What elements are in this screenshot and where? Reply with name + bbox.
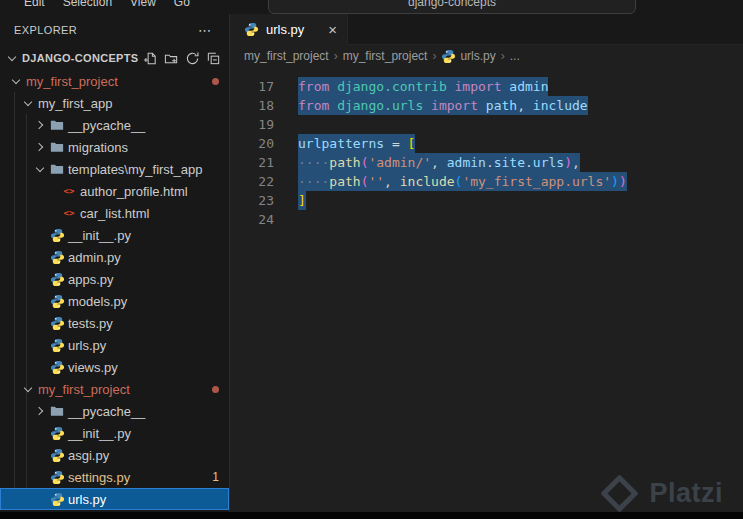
code-token: ): [619, 174, 627, 189]
tree-item-urls-py[interactable]: urls.py: [0, 488, 229, 510]
menu-item-selection[interactable]: Selection: [55, 0, 120, 13]
watermark-text: Platzi: [649, 478, 723, 509]
chevron-right-icon: [32, 117, 48, 133]
tree-item-admin-py[interactable]: admin.py: [0, 246, 229, 268]
code-token: ,: [517, 98, 533, 113]
code-token: import: [431, 98, 486, 113]
indent-spacer: [32, 359, 48, 375]
breadcrumb-separator-icon: ›: [501, 49, 505, 63]
code-token: ,: [384, 174, 400, 189]
tree-item-asgi-py[interactable]: asgi.py: [0, 444, 229, 466]
tree-item-pycache[interactable]: __pycache__: [0, 114, 229, 136]
code-line-content: urlpatterns = [: [298, 134, 415, 153]
modified-dot-badge: [212, 78, 219, 85]
folder-icon: [48, 403, 66, 419]
code-token: django.contrib: [337, 79, 454, 94]
refresh-icon[interactable]: [184, 50, 200, 66]
folder-icon: [48, 161, 66, 177]
tree-item-label: admin.py: [68, 250, 121, 265]
tree-item-templates-my-first-app[interactable]: templates\my_first_app: [0, 158, 229, 180]
tree-item-settings-py[interactable]: settings.py1: [0, 466, 229, 488]
tree-item-car-list-html[interactable]: <>car_list.html: [0, 202, 229, 224]
tree-item-init-py[interactable]: __init__.py: [0, 224, 229, 246]
chevron-down-icon: [20, 95, 36, 111]
tree-item-label: __pycache__: [68, 404, 145, 419]
tree-item-author-profile-html[interactable]: <>author_profile.html: [0, 180, 229, 202]
line-number: 17: [230, 77, 274, 96]
tree-item-my-first-project[interactable]: my_first_project: [0, 70, 229, 92]
breadcrumb-item[interactable]: my_first_project: [244, 49, 329, 63]
code-token: site: [494, 155, 525, 170]
breadcrumb-item[interactable]: urls.py: [441, 49, 495, 64]
tree-item-label: __pycache__: [68, 118, 145, 133]
code-token: '': [368, 174, 384, 189]
code-token: include: [400, 174, 455, 189]
indent-spacer: [32, 337, 48, 353]
tab-urls-py[interactable]: urls.py ×: [230, 14, 348, 45]
breadcrumb-label: ...: [510, 49, 520, 63]
code-token: admin: [509, 79, 548, 94]
tree-item-label: apps.py: [68, 272, 114, 287]
command-center-search[interactable]: django-concepts: [268, 0, 636, 14]
code-token: ,: [572, 155, 580, 170]
tree-item-my-first-project[interactable]: my_first_project: [0, 378, 229, 400]
chevron-down-icon: [4, 50, 20, 66]
code-line: 23]: [230, 191, 743, 210]
tree-item-label: tests.py: [68, 316, 113, 331]
tree-item-label: settings.py: [68, 470, 130, 485]
tree-item-label: migrations: [68, 140, 128, 155]
chevron-right-icon: [32, 139, 48, 155]
breadcrumb: my_first_project›my_first_project›urls.p…: [230, 45, 743, 67]
python-icon: [48, 271, 66, 287]
python-icon: [48, 469, 66, 485]
tree-item-my-first-app[interactable]: my_first_app: [0, 92, 229, 114]
code-token: ,: [431, 155, 447, 170]
tree-item-label: models.py: [68, 294, 127, 309]
collapse-all-icon[interactable]: [205, 50, 221, 66]
indent-spacer: [32, 425, 48, 441]
explorer-actions: [142, 50, 221, 66]
modified-dot-badge: [212, 386, 219, 393]
close-icon[interactable]: ×: [328, 22, 337, 37]
tree-item-label: urls.py: [68, 338, 106, 353]
code-line-content: ]: [298, 191, 306, 210]
more-actions-icon[interactable]: ⋯: [198, 23, 211, 38]
line-number: 22: [230, 172, 274, 191]
tree-item-label: views.py: [68, 360, 118, 375]
tree-item-urls-py[interactable]: urls.py: [0, 334, 229, 356]
html-icon: <>: [60, 205, 78, 221]
code-token: import: [455, 79, 510, 94]
tree-item-init-py[interactable]: __init__.py: [0, 422, 229, 444]
breadcrumb-label: urls.py: [460, 49, 495, 63]
breadcrumb-label: my_first_project: [343, 49, 428, 63]
code-token: from: [298, 98, 337, 113]
tree-item-apps-py[interactable]: apps.py: [0, 268, 229, 290]
indent-spacer: [32, 469, 48, 485]
code-line-content: from django.contrib import admin: [298, 77, 548, 96]
python-icon: [242, 22, 260, 38]
tree-item-label: urls.py: [68, 492, 106, 507]
tree-item-label: templates\my_first_app: [68, 162, 202, 177]
tree-item-migrations[interactable]: migrations: [0, 136, 229, 158]
code-line: 20urlpatterns = [: [230, 134, 743, 153]
python-icon: [441, 49, 456, 64]
breadcrumb-item[interactable]: my_first_project: [343, 49, 428, 63]
new-file-icon[interactable]: [142, 50, 158, 66]
tree-item-pycache[interactable]: __pycache__: [0, 400, 229, 422]
menu-item-edit[interactable]: Edit: [16, 0, 53, 13]
new-folder-icon[interactable]: [163, 50, 179, 66]
python-icon: [48, 425, 66, 441]
code-editor[interactable]: 17from django.contrib import admin18from…: [230, 67, 743, 229]
menu-item-go[interactable]: Go: [166, 0, 198, 13]
tree-item-tests-py[interactable]: tests.py: [0, 312, 229, 334]
tree-item-views-py[interactable]: views.py: [0, 356, 229, 378]
menu-item-view[interactable]: View: [122, 0, 164, 13]
explorer-section-header[interactable]: DJANGO-CONCEPTS: [0, 46, 229, 70]
breadcrumb-item[interactable]: ...: [510, 49, 520, 63]
code-token: django.urls: [337, 98, 431, 113]
tree-item-label: asgi.py: [68, 448, 109, 463]
breadcrumb-label: my_first_project: [244, 49, 329, 63]
code-token: path: [486, 98, 517, 113]
tree-item-models-py[interactable]: models.py: [0, 290, 229, 312]
chevron-right-icon: [32, 403, 48, 419]
